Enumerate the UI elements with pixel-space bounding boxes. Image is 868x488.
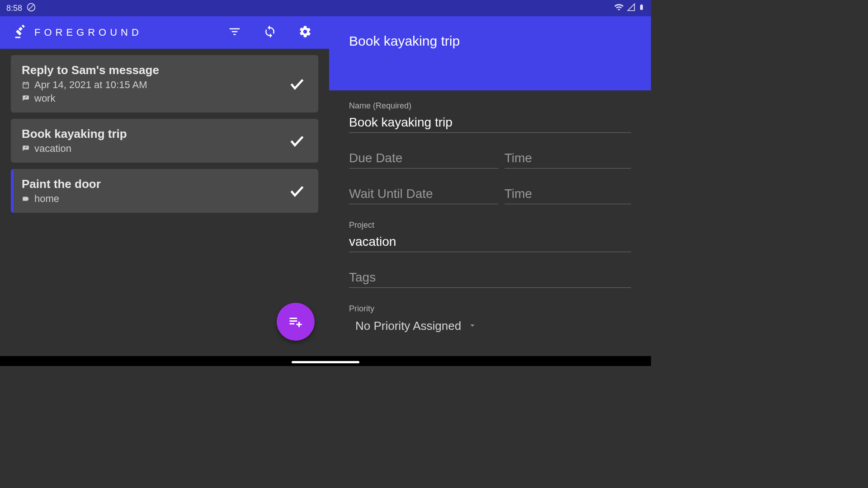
project-icon <box>22 94 30 103</box>
task-row[interactable]: Paint the door home <box>11 169 318 213</box>
battery-icon <box>638 2 645 14</box>
priority-label: Priority <box>349 304 631 314</box>
settings-icon[interactable] <box>298 25 312 40</box>
detail-title: Book kayaking trip <box>349 33 631 49</box>
check-icon <box>288 183 306 200</box>
check-icon <box>288 75 306 93</box>
svg-rect-3 <box>641 4 642 5</box>
calendar-icon <box>22 81 30 89</box>
due-date-field[interactable]: Due Date <box>349 149 498 169</box>
sync-icon[interactable] <box>263 25 277 40</box>
no-disturb-icon <box>27 3 36 14</box>
lamp-icon <box>13 24 28 41</box>
status-bar: 8:58 <box>0 0 651 16</box>
signal-icon <box>627 3 636 14</box>
complete-button[interactable] <box>287 131 307 151</box>
wait-time-field[interactable]: Time <box>505 185 631 204</box>
project-field[interactable]: vacation <box>349 233 631 252</box>
task-title: Paint the door <box>22 177 287 191</box>
svg-line-1 <box>29 5 33 9</box>
task-tag: work <box>22 93 287 104</box>
task-title: Book kayaking trip <box>22 127 287 141</box>
label-icon <box>22 195 30 203</box>
app-bar: FOREGROUND <box>0 16 329 49</box>
wifi-icon <box>614 2 624 14</box>
nav-pill[interactable] <box>292 361 359 363</box>
project-icon <box>22 145 30 153</box>
task-title: Reply to Sam's message <box>22 63 287 77</box>
playlist-add-icon <box>288 314 304 330</box>
app-brand[interactable]: FOREGROUND <box>13 24 142 41</box>
project-label: Project <box>349 221 631 230</box>
complete-button[interactable] <box>287 181 307 202</box>
task-row[interactable]: Reply to Sam's message Apr 14, 2021 at 1… <box>11 55 318 113</box>
tags-field[interactable]: Tags <box>349 268 631 288</box>
priority-value: No Priority Assigned <box>349 319 461 333</box>
priority-dropdown[interactable]: No Priority Assigned <box>349 319 631 333</box>
task-date: Apr 14, 2021 at 10:15 AM <box>22 79 287 91</box>
check-icon <box>288 132 306 150</box>
task-tag: vacation <box>22 143 287 155</box>
wait-date-field[interactable]: Wait Until Date <box>349 185 498 204</box>
complete-button[interactable] <box>287 74 307 94</box>
chevron-down-icon <box>467 320 477 332</box>
app-title: FOREGROUND <box>34 27 142 38</box>
add-task-fab[interactable] <box>277 303 315 341</box>
task-row[interactable]: Book kayaking trip vacation <box>11 119 318 163</box>
name-label: Name (Required) <box>349 101 631 111</box>
status-time: 8:58 <box>6 4 22 13</box>
task-tag: home <box>22 193 287 205</box>
svg-rect-2 <box>640 5 643 9</box>
due-time-field[interactable]: Time <box>505 149 631 169</box>
name-field[interactable]: Book kayaking trip <box>349 113 631 133</box>
detail-header: Book kayaking trip <box>329 16 651 90</box>
filter-icon[interactable] <box>228 25 241 40</box>
task-list: Reply to Sam's message Apr 14, 2021 at 1… <box>0 49 329 224</box>
